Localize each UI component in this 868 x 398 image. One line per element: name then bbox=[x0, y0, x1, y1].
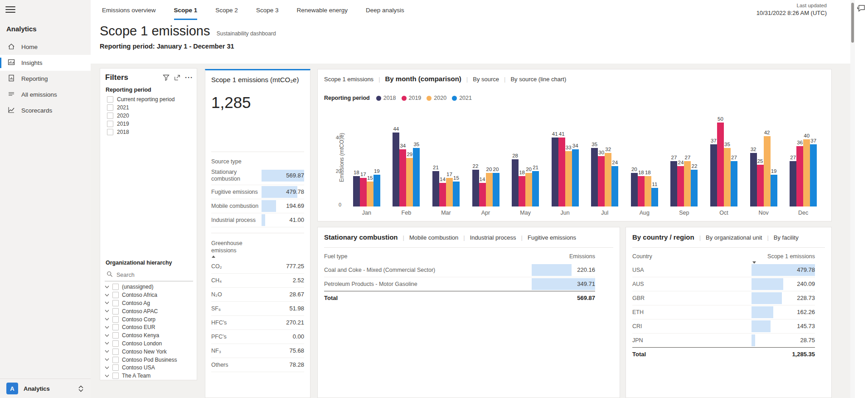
bar-rect[interactable] bbox=[591, 148, 598, 207]
feedback-chat-icon[interactable] bbox=[857, 5, 866, 14]
bar-2019-feb[interactable]: 34 bbox=[399, 143, 406, 206]
country-row-gbr[interactable]: GBR228.73 bbox=[632, 291, 815, 305]
checkbox-icon[interactable] bbox=[112, 332, 119, 339]
chevron-down-icon[interactable] bbox=[105, 366, 109, 369]
bar-rect[interactable] bbox=[810, 144, 817, 206]
checkbox-icon[interactable] bbox=[107, 113, 113, 119]
bar-2018-aug[interactable]: 20 bbox=[631, 167, 638, 206]
kpi-card-scope1-emissions[interactable]: Scope 1 emissions (mtCO₂e) 1,285 Source … bbox=[205, 69, 310, 398]
bar-2020-mar[interactable]: 17 bbox=[446, 172, 453, 206]
bar-rect[interactable] bbox=[684, 161, 691, 206]
bar-rect[interactable] bbox=[750, 153, 757, 206]
bar-2021-apr[interactable]: 20 bbox=[493, 167, 499, 206]
chevron-down-icon[interactable] bbox=[105, 342, 109, 345]
country-row-usa[interactable]: USA479.78 bbox=[632, 263, 815, 277]
fuel-type-column-header[interactable]: Fuel type bbox=[324, 253, 532, 260]
fuel-tab-stationary-combustion[interactable]: Stationary combustion bbox=[324, 233, 398, 241]
source-type-row-mobile-combustion[interactable]: Mobile combustion194.69 bbox=[211, 199, 304, 213]
bar-rect[interactable] bbox=[724, 148, 731, 207]
greenhouse-header[interactable]: Greenhouse emissions bbox=[211, 240, 261, 255]
bar-rect[interactable] bbox=[611, 166, 618, 206]
bar-2021-jun[interactable]: 34 bbox=[572, 143, 579, 206]
bar-2018-jun[interactable]: 41 bbox=[552, 131, 558, 206]
bar-2018-may[interactable]: 28 bbox=[512, 153, 519, 206]
scope1-emissions-column-header[interactable]: Scope 1 emissions bbox=[752, 253, 815, 260]
sidebar-item-home[interactable]: Home bbox=[0, 39, 91, 55]
bar-rect[interactable] bbox=[532, 171, 539, 206]
bar-2019-jul[interactable]: 30 bbox=[598, 150, 605, 206]
country-tab-by-facility[interactable]: By facility bbox=[774, 234, 799, 241]
country-tab-by-organizational-unit[interactable]: By organizational unit bbox=[706, 234, 762, 241]
tree-item-contoso-pod-business[interactable]: Contoso Pod Business bbox=[100, 356, 197, 364]
bar-2021-jan[interactable]: 19 bbox=[373, 168, 380, 206]
source-type-row-stationary-combustion[interactable]: Stationary combustion569.87 bbox=[211, 167, 304, 185]
more-options-icon[interactable]: ··· bbox=[185, 75, 193, 80]
scrollbar-thumb[interactable] bbox=[851, 3, 854, 43]
bar-rect[interactable] bbox=[651, 188, 658, 206]
source-type-row-industrial-process[interactable]: Industrial process41.00 bbox=[211, 213, 304, 227]
tree-item-contoso-eur[interactable]: Contoso EUR bbox=[100, 323, 197, 331]
greenhouse-row-nf[interactable]: NF₃75.68 bbox=[211, 344, 304, 358]
bar-rect[interactable] bbox=[393, 133, 399, 206]
bar-rect[interactable] bbox=[493, 173, 499, 206]
country-row-eth[interactable]: ETH162.26 bbox=[632, 305, 815, 319]
bar-2019-may[interactable]: 18 bbox=[519, 170, 525, 206]
tab-deep-analysis[interactable]: Deep analysis bbox=[366, 0, 404, 20]
bar-rect[interactable] bbox=[413, 148, 420, 207]
chart-tab-scope-1-emissions[interactable]: Scope 1 emissions bbox=[324, 76, 373, 83]
tree-item-contoso-corp[interactable]: Contoso Corp bbox=[100, 315, 197, 324]
bar-2019-mar[interactable]: 14 bbox=[439, 177, 446, 206]
bar-2021-aug[interactable]: 11 bbox=[651, 182, 658, 206]
bar-rect[interactable] bbox=[525, 173, 532, 206]
country-row-cri[interactable]: CRI145.73 bbox=[632, 319, 815, 334]
bar-2019-jan[interactable]: 17 bbox=[360, 172, 367, 206]
bar-chart-plot-area[interactable]: Emissions (mtCO₂e) 18171519Jan44342935Fe… bbox=[344, 112, 823, 217]
hamburger-menu-icon[interactable] bbox=[5, 5, 15, 13]
filter-option-2021[interactable]: 2021 bbox=[100, 103, 197, 112]
greenhouse-row-ch[interactable]: CH₄2.52 bbox=[211, 274, 304, 288]
bar-rect[interactable] bbox=[432, 171, 439, 206]
bar-rect[interactable] bbox=[757, 165, 764, 207]
bar-2021-feb[interactable]: 35 bbox=[413, 142, 420, 207]
bar-rect[interactable] bbox=[439, 183, 446, 206]
bar-rect[interactable] bbox=[796, 146, 803, 206]
chevron-down-icon[interactable] bbox=[105, 326, 109, 329]
country-row-aus[interactable]: AUS240.09 bbox=[632, 277, 815, 291]
bar-2018-dec[interactable]: 27 bbox=[790, 155, 796, 206]
chart-tab-by-month-comparison[interactable]: By month (comparison) bbox=[385, 75, 461, 83]
checkbox-icon[interactable] bbox=[112, 316, 119, 323]
tree-item-contoso-apac[interactable]: Contoso APAC bbox=[100, 307, 197, 315]
bar-rect[interactable] bbox=[803, 139, 810, 206]
bar-2018-jul[interactable]: 35 bbox=[591, 142, 598, 207]
bar-2021-dec[interactable]: 37 bbox=[810, 138, 817, 206]
vertical-scrollbar[interactable] bbox=[850, 0, 855, 398]
bar-2020-apr[interactable]: 20 bbox=[486, 167, 493, 206]
bar-2018-sep[interactable]: 27 bbox=[670, 155, 677, 206]
bar-rect[interactable] bbox=[731, 161, 737, 206]
legend-item-2019[interactable]: 2019 bbox=[402, 95, 422, 101]
bar-rect[interactable] bbox=[677, 166, 684, 206]
chart-tab-by-source-line-chart[interactable]: By source (line chart) bbox=[510, 76, 566, 83]
expand-icon[interactable] bbox=[174, 74, 180, 81]
bar-rect[interactable] bbox=[670, 161, 677, 206]
bar-rect[interactable] bbox=[572, 149, 579, 206]
tab-scope-1[interactable]: Scope 1 bbox=[174, 0, 198, 20]
bar-2018-apr[interactable]: 22 bbox=[472, 163, 479, 206]
bar-2021-oct[interactable]: 27 bbox=[731, 155, 737, 206]
chevron-down-icon[interactable] bbox=[105, 294, 109, 297]
bar-rect[interactable] bbox=[472, 170, 479, 206]
sidebar-item-insights[interactable]: Insights bbox=[0, 55, 91, 71]
bar-rect[interactable] bbox=[638, 176, 645, 206]
bar-rect[interactable] bbox=[717, 123, 724, 206]
chevron-down-icon[interactable] bbox=[105, 318, 109, 321]
tree-item-contoso-new-york[interactable]: Contoso New York bbox=[100, 348, 197, 356]
bar-rect[interactable] bbox=[446, 178, 453, 206]
bar-2020-jan[interactable]: 15 bbox=[367, 175, 373, 207]
bar-rect[interactable] bbox=[406, 158, 413, 206]
checkbox-icon[interactable] bbox=[107, 96, 113, 103]
hierarchy-search[interactable] bbox=[105, 269, 193, 281]
checkbox-icon[interactable] bbox=[107, 121, 113, 127]
bar-2018-nov[interactable]: 32 bbox=[750, 147, 757, 206]
chevron-down-icon[interactable] bbox=[105, 374, 109, 378]
country-row-jpn[interactable]: JPN28.75 bbox=[632, 334, 815, 348]
